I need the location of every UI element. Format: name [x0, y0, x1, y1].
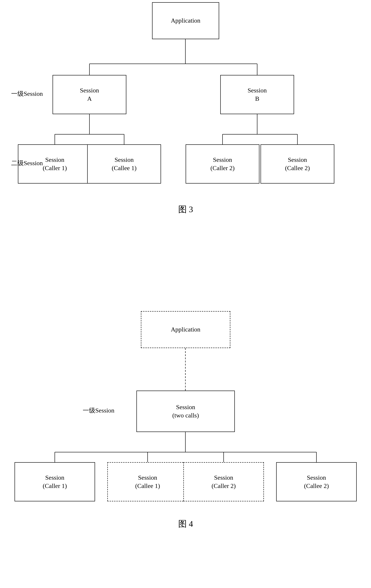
level1-label-d2: 一级Session	[83, 406, 114, 415]
callee2-node-d2: Session (Callee 2)	[276, 462, 357, 501]
callee1-node-d1: Session (Callee 1)	[87, 144, 161, 184]
level2-label-d1: 二级Session	[11, 159, 43, 168]
app-node-2: Application	[141, 311, 230, 348]
callee2-node-d1: Session (Callee 2)	[261, 144, 334, 184]
diagram-4: Application Session (two calls) Session …	[0, 309, 371, 588]
fig4-label: 图 4	[163, 518, 208, 530]
app-node-1: Application	[152, 2, 219, 39]
two-calls-node: Session (two calls)	[136, 391, 235, 432]
callee1-node-d2: Session (Callee 1)	[107, 462, 188, 501]
session-b-node: Session B	[220, 75, 294, 114]
fig3-label: 图 3	[163, 204, 208, 215]
session-a-node: Session A	[52, 75, 126, 114]
level1-label-d1: 一级Session	[11, 90, 43, 98]
caller1-node-d2: Session (Caller 1)	[15, 462, 95, 501]
caller2-node-d2: Session (Caller 2)	[183, 462, 264, 501]
diagram-3: Application Session A Session B Session …	[0, 0, 371, 291]
caller2-node-d1: Session (Caller 2)	[186, 144, 260, 184]
